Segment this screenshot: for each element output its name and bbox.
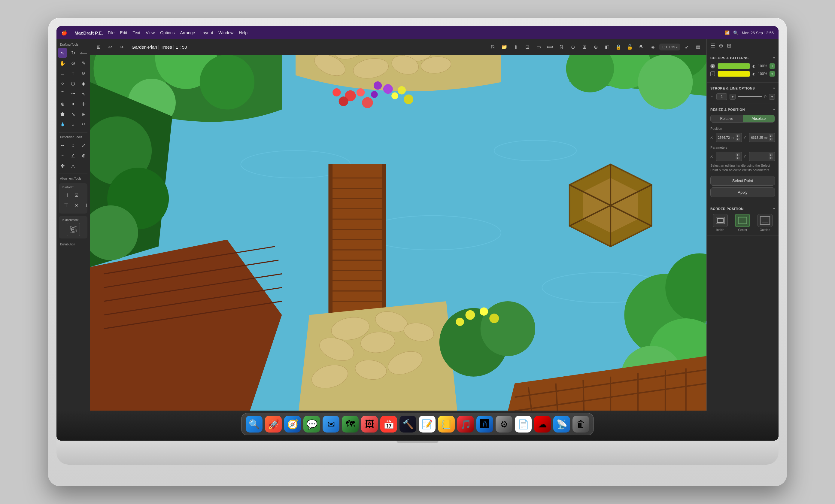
horiz-dim-tool[interactable]: ↔	[58, 141, 67, 150]
panel-toggle-btn[interactable]: ⊞	[94, 42, 103, 52]
document-align-tool[interactable]	[67, 223, 80, 236]
border-center-btn[interactable]	[735, 214, 750, 227]
circle-dim-tool[interactable]: ⊕	[79, 151, 88, 160]
stroke-width-stepper[interactable]: ▾	[730, 94, 736, 100]
angle-dim-tool[interactable]: ∠	[68, 151, 78, 160]
dock-notes[interactable]: 📒	[438, 416, 455, 432]
redo-btn[interactable]: ↪	[117, 42, 126, 52]
show-btn[interactable]: ◈	[648, 42, 657, 52]
lasso-tool[interactable]: ⊙	[68, 58, 78, 68]
x-position-input[interactable]: 2566.72 mr ▲ ▼	[716, 133, 742, 142]
dock-reminders[interactable]: 📝	[419, 416, 435, 432]
param-y-stepper[interactable]: ▲ ▼	[769, 153, 773, 160]
sidebar-toggle-btn[interactable]: ▤	[693, 42, 703, 52]
menu-window[interactable]: Window	[218, 31, 233, 35]
node-tool[interactable]: ✎	[79, 58, 88, 68]
resize-chevron-icon[interactable]: ▾	[773, 107, 775, 112]
crop-tool[interactable]: ⊞	[79, 109, 88, 119]
dock-finder[interactable]: 🔍	[246, 416, 263, 432]
hand-tool[interactable]: ✋	[58, 58, 67, 68]
dock-creative-cloud[interactable]: ☁	[534, 416, 551, 432]
rect-align-btn[interactable]: ▭	[534, 42, 543, 52]
grid-icon[interactable]: ⊞	[727, 42, 731, 49]
edit-points-tool[interactable]: ◈	[79, 79, 88, 88]
transform-tool[interactable]: ⟵	[79, 48, 88, 58]
star-tool[interactable]: ✦	[68, 99, 78, 109]
relative-btn[interactable]: Relative	[711, 115, 743, 122]
menu-layout[interactable]: Layout	[200, 31, 213, 35]
flip-btn[interactable]: ⇅	[556, 42, 566, 52]
param-x-stepper[interactable]: ▲ ▼	[736, 153, 740, 160]
x-stepper[interactable]: ▲ ▼	[736, 134, 740, 141]
dock-safari[interactable]: 🧭	[284, 416, 301, 432]
stroke-type-stepper[interactable]: ▾	[769, 94, 775, 100]
dock-screencast[interactable]: 📡	[553, 416, 570, 432]
apply-button[interactable]: Apply	[710, 187, 775, 197]
dock-music[interactable]: 🎵	[457, 416, 474, 432]
dock-messages[interactable]: 💬	[303, 416, 320, 432]
diag-dim-tool[interactable]: ⤢	[79, 141, 88, 150]
zoom-tool[interactable]: ⌕	[68, 120, 78, 129]
param-x-input[interactable]: ▲ ▼	[716, 152, 742, 161]
zoom-level[interactable]: 110.0% ▾	[659, 43, 680, 51]
bezier-tool[interactable]: B	[79, 68, 88, 78]
curve-dim-tool[interactable]: ⌓	[58, 151, 67, 160]
arc-tool[interactable]: ⌒	[58, 89, 67, 99]
stroke-color-swatch[interactable]	[717, 71, 750, 77]
table-btn[interactable]: ⊞	[579, 42, 589, 52]
spiral-tool[interactable]: ⊛	[58, 99, 67, 109]
circle-tool[interactable]: ○	[58, 79, 67, 88]
hide-btn[interactable]: 👁	[636, 42, 646, 52]
y-stepper[interactable]: ▲ ▼	[769, 134, 773, 141]
dock-xcode[interactable]: 🔨	[400, 416, 416, 432]
export-btn[interactable]: ⬆	[511, 42, 521, 52]
stroke-width-input[interactable]: 1	[716, 94, 727, 100]
wave-tool[interactable]: 〜	[68, 89, 78, 99]
select-tool[interactable]: ↖	[58, 48, 67, 58]
dock-calendar[interactable]: 📅	[380, 416, 397, 432]
vert-dim-tool[interactable]: ↕	[68, 141, 78, 150]
menu-help[interactable]: Help	[239, 31, 247, 35]
menu-view[interactable]: View	[146, 31, 155, 35]
triangle-dim-tool[interactable]: △	[68, 161, 78, 170]
border-chevron-icon[interactable]: ▾	[773, 207, 775, 211]
resize-tool[interactable]: ⤡	[68, 109, 78, 119]
layers-icon[interactable]: ☰	[710, 42, 715, 49]
duplicate-btn[interactable]: ⎘	[488, 42, 498, 52]
stroke-plus-btn[interactable]: +	[770, 71, 775, 77]
align-bottom[interactable]: ⊥	[82, 200, 90, 210]
apple-logo-icon[interactable]: 🍎	[61, 30, 67, 36]
align-left[interactable]: ⊣	[61, 190, 71, 200]
param-x-down[interactable]: ▼	[736, 157, 740, 160]
align-center-v[interactable]: ⊠	[72, 200, 81, 210]
align-center-h[interactable]: ⊡	[72, 190, 81, 200]
text-tool[interactable]: T	[68, 68, 78, 78]
dock-maps[interactable]: 🗺	[342, 416, 359, 432]
y-down-btn[interactable]: ▼	[769, 138, 773, 141]
dock-launchpad[interactable]: 🚀	[265, 416, 282, 432]
align-top[interactable]: ⊤	[61, 200, 71, 210]
undo-btn[interactable]: ↩	[105, 42, 115, 52]
dock-mail[interactable]: ✉	[323, 416, 340, 432]
eyedrop-tool[interactable]: 💧	[58, 120, 67, 129]
border-inside-btn[interactable]	[713, 214, 728, 227]
polygon-tool[interactable]: ⬡	[68, 79, 78, 88]
param-y-up[interactable]: ▲	[769, 153, 773, 156]
dock-appstore[interactable]: 🅰	[476, 416, 493, 432]
menu-edit[interactable]: Edit	[120, 31, 127, 35]
x-up-btn[interactable]: ▲	[736, 134, 740, 137]
unlock-btn[interactable]: 🔓	[625, 42, 635, 52]
y-position-input[interactable]: 6613.25 mr ▲ ▼	[749, 133, 775, 142]
param-x-up[interactable]: ▲	[736, 153, 740, 156]
dock-photos[interactable]: 🖼	[361, 416, 378, 432]
dock-trash[interactable]: 🗑	[572, 416, 589, 432]
border-outside-btn[interactable]	[757, 214, 773, 227]
rect-tool[interactable]: □	[58, 68, 67, 78]
menu-options[interactable]: Options	[160, 31, 175, 35]
menu-file[interactable]: File	[108, 31, 115, 35]
folder-btn[interactable]: 📁	[500, 42, 509, 52]
layer-btn[interactable]: ◧	[602, 42, 612, 52]
menu-arrange[interactable]: Arrange	[180, 31, 195, 35]
dock-settings[interactable]: ⚙	[495, 416, 512, 432]
param-y-input[interactable]: ▲ ▼	[749, 152, 775, 161]
